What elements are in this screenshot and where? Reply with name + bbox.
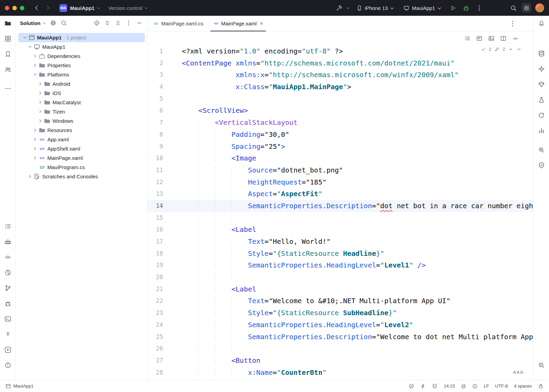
line-number[interactable]: 24 [148, 319, 182, 331]
debug-icon[interactable] [461, 3, 471, 13]
line-number[interactable]: 3 [148, 69, 182, 81]
chevron-right-icon[interactable] [32, 136, 38, 143]
code-line[interactable]: 9 Spacing="25"> [148, 141, 533, 153]
code-line[interactable]: 23 Style="{StaticResource SubHeadline}" [148, 307, 533, 319]
line-number[interactable]: 18 [148, 248, 182, 260]
line-ending-label[interactable]: LF [484, 383, 489, 389]
chevron-down-icon[interactable] [27, 44, 33, 50]
tree-item-ios[interactable]: iOS [18, 88, 145, 98]
code-line[interactable]: 19 SemanticProperties.HeadingLevel="Leve… [148, 259, 533, 271]
list-icon[interactable] [463, 34, 471, 43]
line-number[interactable]: 8 [148, 129, 182, 141]
tree-item-mauiapp1[interactable]: MauiApp1 [18, 42, 145, 51]
commit-icon[interactable] [4, 253, 12, 261]
code-editor[interactable]: 1<?xml version="1.0" encoding="utf-8" ?>… [148, 45, 533, 380]
code-line[interactable]: 24 SemanticProperties.HeadingLevel="Leve… [148, 319, 533, 331]
alert-icon[interactable] [472, 383, 478, 389]
next-problem-icon[interactable] [516, 47, 522, 52]
tree-item-app-xaml[interactable]: App.xaml [18, 135, 145, 144]
tree-item-mainpage-xaml[interactable]: MainPage.xaml [18, 153, 145, 163]
chevron-right-icon[interactable] [32, 146, 38, 152]
locate-file-icon[interactable] [93, 19, 101, 27]
lightning-icon[interactable] [420, 383, 426, 389]
expand-all-icon[interactable] [104, 19, 111, 27]
run-config-selector[interactable]: MauiApp1 [404, 5, 445, 11]
sync-icon[interactable] [537, 111, 546, 119]
find-usages-icon[interactable] [537, 146, 546, 154]
device-selector[interactable]: iPhone 13 [357, 5, 398, 11]
line-number[interactable]: 12 [148, 176, 182, 188]
chevron-right-icon[interactable] [37, 109, 43, 115]
search-results-icon[interactable] [537, 361, 546, 369]
code-line[interactable]: 10 <Image [148, 152, 533, 164]
chevron-right-icon[interactable] [37, 90, 43, 96]
chevron-right-icon[interactable] [32, 155, 38, 161]
line-number[interactable]: 6 [148, 105, 182, 117]
code-line[interactable]: 11 Source="dotnet_bot.png" [148, 164, 533, 176]
vcs-widget[interactable]: Version control [108, 5, 149, 11]
more-actions-icon[interactable] [474, 3, 484, 13]
notifications-icon[interactable] [537, 19, 546, 27]
lock-icon[interactable] [538, 383, 544, 389]
build-hammer-icon[interactable] [335, 3, 344, 13]
code-line[interactable]: 25 SemanticProperties.Description="Welco… [148, 331, 533, 343]
inspections-widget[interactable]: 2 2 [481, 47, 522, 52]
split-editor-icon[interactable] [499, 34, 507, 43]
code-line[interactable]: 5 [148, 93, 533, 105]
minimize-window-button[interactable] [12, 6, 17, 10]
tree-item-platforms[interactable]: Platforms [18, 70, 145, 79]
code-line[interactable]: 15 [148, 212, 533, 224]
code-line[interactable]: 18 Style="{StaticResource Headline}" [148, 248, 533, 260]
user-avatar[interactable] [535, 3, 544, 12]
code-line[interactable]: 16 <Label [148, 224, 533, 236]
line-number[interactable]: 16 [148, 224, 182, 236]
line-number[interactable]: 1 [148, 45, 182, 57]
tree-item-windows[interactable]: Windows [18, 116, 145, 126]
settings-gear-icon[interactable] [522, 3, 531, 13]
maximize-window-button[interactable] [20, 6, 24, 10]
code-line[interactable]: 12 HeightRequest="185" [148, 176, 533, 188]
chevron-down-icon[interactable] [22, 35, 28, 41]
at-icon[interactable]: @ [461, 383, 466, 389]
line-number[interactable]: 7 [148, 117, 182, 129]
tree-item-android[interactable]: Android [18, 79, 145, 88]
code-line[interactable]: 2<ContentPage xmlns="http://schemas.micr… [148, 57, 533, 69]
back-icon[interactable] [32, 3, 42, 13]
line-number[interactable]: 27 [148, 355, 182, 367]
code-line[interactable]: 21 <Label [148, 283, 533, 295]
pull-requests-icon[interactable] [4, 66, 12, 74]
chevron-right-icon[interactable] [37, 118, 43, 124]
line-number[interactable]: 4 [148, 81, 182, 93]
code-line[interactable]: 22 Text="Welcome to &#10;.NET Multi-plat… [148, 295, 533, 307]
line-number[interactable]: 23 [148, 307, 182, 319]
chevron-down-icon[interactable] [346, 6, 350, 11]
chevron-right-icon[interactable] [27, 174, 33, 180]
line-number[interactable]: 19 [148, 259, 182, 271]
chevron-down-icon[interactable] [32, 72, 38, 78]
line-number[interactable]: 10 [148, 152, 182, 164]
code-line[interactable]: 6 <ScrollView> [148, 105, 533, 117]
line-number[interactable]: 17 [148, 236, 182, 248]
close-window-button[interactable] [5, 6, 9, 10]
code-line[interactable]: 28 x:Name="CounterBtn" [148, 367, 533, 379]
code-line[interactable]: 17 Text="Hello, World!" [148, 236, 533, 248]
tree-item-tizen[interactable]: Tizen [18, 107, 145, 116]
structure-icon[interactable] [4, 35, 12, 43]
line-number[interactable]: 13 [148, 188, 182, 200]
code-view-icon[interactable] [511, 34, 519, 43]
profiler-icon[interactable] [4, 269, 12, 277]
problems-icon[interactable] [4, 361, 12, 369]
tree-item-appshell-xaml[interactable]: AppShell.xaml [18, 144, 145, 153]
line-number[interactable]: 21 [148, 283, 182, 295]
chevron-right-icon[interactable] [32, 62, 38, 69]
project-folder-icon[interactable] [4, 19, 12, 27]
solution-view-icon[interactable] [49, 19, 57, 27]
database-icon[interactable] [537, 49, 546, 58]
code-line[interactable]: 3 xmlns:x="http://schemas.microsoft.com/… [148, 69, 533, 81]
forward-icon[interactable] [43, 3, 52, 13]
chevron-right-icon[interactable] [37, 99, 43, 106]
tree-item-resources[interactable]: Resources [18, 126, 145, 135]
git-branch-icon[interactable] [4, 284, 12, 292]
project-widget[interactable]: MA MauiApp1 [54, 4, 101, 12]
code-line[interactable]: 14 SemanticProperties.Description="dot n… [148, 200, 533, 212]
